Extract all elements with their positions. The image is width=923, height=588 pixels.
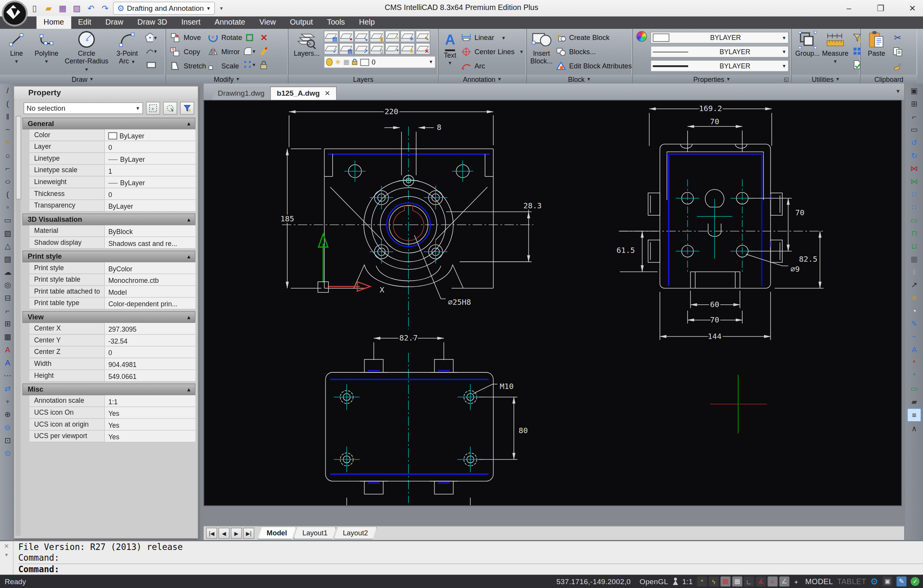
layer-lock-icon[interactable] — [352, 58, 358, 66]
stretch-green-icon[interactable]: ▭ — [908, 214, 921, 226]
collapse-icon[interactable]: ▴ — [187, 254, 190, 259]
menu-item-output[interactable]: Output — [283, 16, 320, 29]
section-header-3d-visualisation[interactable]: 3D Visualisation▴ — [22, 214, 195, 226]
property-row-material[interactable]: MaterialByBlock — [30, 225, 196, 237]
next-layout-button[interactable]: ▶ — [231, 528, 242, 539]
move-button[interactable]: Move — [170, 31, 206, 45]
crosshair-icon[interactable]: + — [791, 576, 801, 586]
section-header-view[interactable]: View▴ — [22, 311, 195, 323]
copy-tool-icon[interactable]: ⊞ — [908, 98, 921, 110]
center-lines-button[interactable]: Center Lines▼ — [460, 45, 524, 59]
layout-tab-layout1[interactable]: Layout1 — [293, 527, 336, 539]
panel-label-block[interactable]: Block▼ — [527, 75, 632, 83]
panel-label-clipboard[interactable]: Clipboard — [861, 75, 917, 83]
revision-cloud-icon[interactable]: ⊟ — [1, 292, 14, 304]
array-button[interactable]: ▼ — [243, 59, 257, 71]
document-tab-b125_A.dwg[interactable]: b125_A.dwg✕ — [270, 86, 337, 100]
property-row-width[interactable]: Width904.4981 — [30, 358, 196, 370]
ellipse-arc-tool-icon[interactable]: ( — [1, 188, 14, 201]
erase-dark-icon[interactable]: ▰ — [908, 395, 921, 408]
property-row-ucs-per-viewport[interactable]: UCS per viewportYes — [30, 430, 196, 442]
collapse-icon[interactable]: ▴ — [187, 314, 190, 320]
close-tab-icon[interactable]: ✕ — [325, 90, 330, 98]
property-row-print-table-type[interactable]: Print table typeColor-dependent prin... — [30, 297, 196, 309]
minimize-button[interactable]: – — [842, 3, 856, 13]
settings-gear-icon[interactable]: ⚙ — [870, 576, 878, 587]
first-layout-button[interactable]: |◀ — [206, 528, 217, 539]
layer-off-icon[interactable]: * — [385, 43, 400, 55]
prev-layout-button[interactable]: ◀ — [218, 528, 230, 539]
spline-edit-icon[interactable]: ~ — [908, 331, 921, 343]
color-dropdown[interactable]: BYLAYER ▼ — [650, 32, 789, 44]
restore-button[interactable]: ❐ — [873, 3, 888, 13]
panel-label-layers[interactable]: Layers — [288, 75, 438, 83]
layers-button[interactable]: Layers... — [292, 31, 322, 75]
annotation-monitor-icon[interactable]: ✎ — [896, 576, 906, 586]
erase-button[interactable]: ✕ — [257, 32, 270, 44]
rectangle-tool-icon[interactable]: ▭ — [1, 214, 14, 226]
coordinates-display[interactable]: 537.1716,-149.2002,0 — [556, 577, 631, 585]
format-painter-icon[interactable] — [891, 60, 904, 72]
line-button[interactable]: Line▼ — [3, 31, 29, 75]
circle-tool-icon[interactable]: ○ — [1, 149, 14, 162]
filter-button[interactable] — [180, 102, 194, 115]
close-button[interactable]: ✕ — [905, 3, 920, 13]
sketch-hatch-icon[interactable]: ▨ — [1, 227, 14, 239]
pedit-tool-icon[interactable]: ✎ — [908, 318, 921, 330]
zoom-realtime-icon[interactable]: ⊕ — [1, 408, 14, 420]
scale-button[interactable]: Scale — [207, 59, 242, 73]
property-row-annotation-scale[interactable]: Annotation scale1:1 — [30, 395, 196, 407]
property-row-print-style[interactable]: Print styleByColor — [30, 262, 196, 274]
dialog-launcher-icon[interactable]: ◱ — [784, 76, 789, 82]
zoom-extents-icon[interactable]: ⊙ — [1, 447, 14, 459]
layout-tab-model[interactable]: Model — [258, 527, 296, 539]
box3d-tool-icon[interactable]: ▦ — [908, 253, 921, 265]
menu-item-view[interactable]: View — [252, 16, 283, 29]
mtext-tool-icon[interactable]: A — [1, 344, 14, 356]
layer-states-icon[interactable]: ● — [339, 31, 354, 43]
color-wheel-icon[interactable] — [636, 31, 647, 42]
explode-attr-icon[interactable]: * — [908, 369, 921, 382]
measure-button[interactable]: Measure▼ — [822, 31, 848, 75]
toolbar-collapse-icon[interactable]: ∧ — [908, 422, 921, 435]
property-row-print-style-table[interactable]: Print style tableMonochrome.ctb — [30, 274, 196, 286]
spline-tool-icon[interactable]: ~ — [1, 123, 14, 136]
measure-tool-icon[interactable]: ≡ — [908, 292, 921, 304]
bars-tool-icon[interactable]: ‖ — [908, 266, 921, 278]
layout-tab-layout2[interactable]: Layout2 — [334, 527, 377, 539]
create-block-button[interactable]: ★Create Block — [555, 31, 632, 45]
selection-dropdown[interactable]: No selection ▼ — [23, 102, 143, 114]
property-row-linetype[interactable]: LinetypeByLayer — [30, 153, 196, 165]
property-row-ucs-icon-at-origin[interactable]: UCS icon at originYes — [30, 419, 196, 431]
arc-button[interactable]: 3-Point Arc ▼ — [112, 31, 143, 75]
erase-region-button[interactable] — [243, 32, 257, 44]
last-layout-button[interactable]: ▶| — [243, 528, 254, 539]
freehand-tool-icon[interactable]: ✎ — [1, 136, 14, 149]
edit-step-icon[interactable]: ⊔ — [908, 240, 921, 252]
select-objects-button[interactable]: + — [146, 102, 160, 115]
graphics-engine[interactable]: OpenGL — [640, 577, 668, 585]
drawing-canvas[interactable]: 220818528.3⌀25H8X169.27061.57082.5⌀96070… — [204, 100, 902, 506]
command-input[interactable]: Command: — [18, 563, 923, 575]
property-row-ucs-icon-on[interactable]: UCS icon OnYes — [30, 407, 196, 419]
panel-label-draw[interactable]: Draw▼ — [0, 75, 165, 83]
panel-label-annotation[interactable]: Annotation▼ — [438, 75, 526, 83]
multiline-tool-icon[interactable]: ‖ — [1, 111, 14, 123]
grid-display-icon[interactable]: ▦ — [732, 576, 742, 586]
tab-overflow-icon[interactable]: ▼ — [895, 88, 901, 94]
annotation-visibility-icon[interactable]: * — [697, 576, 707, 586]
panel-label-utilities[interactable]: Utilities▼ — [792, 75, 860, 83]
match-properties-button[interactable] — [257, 59, 270, 71]
lineweight-dropdown[interactable]: BYLAYER ▼ — [650, 60, 789, 72]
offset-tool-icon[interactable]: ⌐ — [908, 111, 921, 123]
hatch-tool-icon[interactable]: ▧ — [1, 253, 14, 265]
property-row-lineweight[interactable]: LineweightByLayer — [30, 176, 196, 188]
property-row-center-y[interactable]: Center Y-32.54 — [30, 335, 196, 347]
tablet-toggle[interactable]: TABLET — [837, 577, 866, 586]
rectangle-tool-button[interactable] — [145, 59, 158, 71]
layer-on-icon[interactable]: * — [385, 31, 400, 43]
edit-block-attributes-button[interactable]: Edit Block Attributes — [555, 59, 632, 73]
outline-green-icon[interactable]: ▭ — [908, 382, 921, 395]
menu-item-edit[interactable]: Edit — [71, 16, 98, 29]
workspace-switch-icon[interactable]: ▣ — [882, 576, 892, 586]
